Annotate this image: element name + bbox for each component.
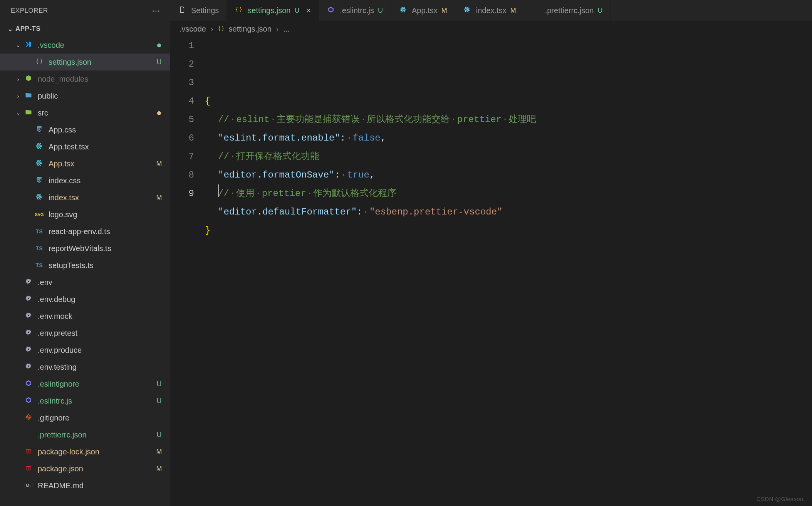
line-gutter: 123456789	[170, 37, 205, 506]
section-title: APP-TS	[15, 25, 40, 33]
section-header[interactable]: ⌄ APP-TS	[0, 21, 170, 37]
code-line[interactable]: "eslint.format.enable":·false,	[205, 129, 812, 147]
folder-row-node_modules[interactable]: ›node_modules	[0, 70, 170, 87]
gear-icon	[23, 362, 34, 372]
jsonpkg-icon	[23, 447, 34, 456]
breadcrumb[interactable]: .vscode › settings.json › ...	[170, 21, 812, 37]
git-status-badge: U	[155, 397, 163, 405]
tab-App.tsx[interactable]: App.tsxM	[391, 0, 455, 21]
file-label: reportWebVitals.ts	[49, 244, 155, 253]
code-line[interactable]	[205, 240, 812, 258]
git-status-badge: U	[155, 58, 163, 66]
chevron-down-icon[interactable]: ⌄	[13, 42, 23, 49]
gear-icon	[23, 278, 34, 287]
git-icon	[23, 413, 34, 422]
file-tree[interactable]: ⌄.vscodesettings.jsonU›node_modules›publ…	[0, 37, 170, 506]
folder-row-public[interactable]: ›public	[0, 87, 170, 104]
code-line[interactable]: //·打开保存格式化功能	[205, 147, 812, 166]
file-label: .gitignore	[38, 414, 155, 422]
tab-settings.json[interactable]: settings.jsonU×	[227, 0, 319, 21]
file-label: README.md	[38, 481, 155, 490]
tab-Settings[interactable]: Settings	[170, 0, 227, 21]
css-icon	[34, 176, 45, 185]
file-row-.prettierrc.json[interactable]: .prettierrc.jsonU	[0, 426, 170, 443]
code-line[interactable]: {	[205, 92, 812, 111]
folder-row-.vscode[interactable]: ⌄.vscode	[0, 37, 170, 54]
chevron-right-icon[interactable]: ›	[13, 76, 23, 82]
line-number: 6	[170, 129, 194, 147]
file-label: .env.pretest	[38, 329, 155, 338]
code-line[interactable]: //·eslint·主要功能是捕获错误·所以格式化功能交给·prettier·处…	[205, 111, 812, 129]
file-label: setupTests.ts	[49, 261, 155, 270]
file-row-.env[interactable]: .env	[0, 274, 170, 291]
line-number: 3	[170, 74, 194, 92]
tab-.prettierrc.json[interactable]: .prettierrc.jsonU	[524, 0, 611, 21]
fileblank-icon	[178, 7, 186, 15]
json-icon	[218, 25, 224, 34]
react-icon	[34, 142, 45, 151]
breadcrumb-seg[interactable]: .vscode	[180, 25, 206, 34]
file-row-package-lock.json[interactable]: package-lock.jsonM	[0, 443, 170, 460]
file-label: settings.json	[49, 58, 155, 67]
file-row-.env.pretest[interactable]: .env.pretest	[0, 325, 170, 342]
code-line[interactable]: "editor.formatOnSave":·true,	[205, 166, 812, 184]
more-icon[interactable]: ···	[152, 6, 160, 16]
tab-bar[interactable]: Settingssettings.jsonU×.eslintrc.jsUApp.…	[170, 0, 812, 21]
ts-icon: TS	[34, 244, 45, 253]
jsonpkg-icon	[23, 464, 34, 473]
tab-label: App.tsx	[412, 6, 438, 15]
breadcrumb-seg[interactable]: settings.json	[229, 25, 272, 34]
file-label: package-lock.json	[38, 447, 155, 456]
breadcrumb-tail: ...	[283, 25, 290, 34]
file-row-.env.mock[interactable]: .env.mock	[0, 308, 170, 325]
file-row-reportWebVitals.ts[interactable]: TSreportWebVitals.ts	[0, 240, 170, 257]
file-row-App.css[interactable]: App.css	[0, 121, 170, 138]
file-row-App.tsx[interactable]: App.tsxM	[0, 155, 170, 172]
file-row-.eslintrc.js[interactable]: .eslintrc.jsU	[0, 392, 170, 409]
chevron-down-icon[interactable]: ⌄	[13, 109, 23, 116]
folder-row-src[interactable]: ⌄src	[0, 104, 170, 121]
tab-git-suffix: U	[597, 7, 602, 15]
watermark: CSDN @Gleason.	[757, 496, 805, 502]
file-row-.env.testing[interactable]: .env.testing	[0, 359, 170, 375]
tab-label: .eslintrc.js	[340, 6, 374, 15]
file-row-logo.svg[interactable]: SVGlogo.svg	[0, 206, 170, 223]
code-line[interactable]: }	[205, 221, 812, 240]
file-row-index.css[interactable]: index.css	[0, 172, 170, 189]
file-row-settings.json[interactable]: settings.jsonU	[0, 54, 170, 70]
code-editor[interactable]: 123456789 {//·eslint·主要功能是捕获错误·所以格式化功能交给…	[170, 37, 812, 506]
react-icon	[34, 193, 45, 202]
line-number: 4	[170, 92, 194, 111]
file-row-README.md[interactable]: M↓README.md	[0, 477, 170, 494]
file-row-.gitignore[interactable]: .gitignore	[0, 409, 170, 426]
line-number: 1	[170, 37, 194, 55]
file-row-index.tsx[interactable]: index.tsxM	[0, 189, 170, 206]
file-label: .prettierrc.json	[38, 431, 155, 439]
file-row-App.test.tsx[interactable]: App.test.tsx	[0, 138, 170, 155]
public-icon	[23, 91, 34, 101]
file-label: index.tsx	[49, 193, 155, 202]
file-label: .env.mock	[38, 312, 155, 321]
file-row-setupTests.ts[interactable]: TSsetupTests.ts	[0, 257, 170, 274]
file-label: .eslintignore	[38, 380, 155, 389]
tab-.eslintrc.js[interactable]: .eslintrc.jsU	[319, 0, 391, 21]
file-label: react-app-env.d.ts	[49, 227, 155, 236]
file-row-.env.produce[interactable]: .env.produce	[0, 342, 170, 359]
tab-index.tsx[interactable]: index.tsxM	[455, 0, 524, 21]
code-line[interactable]: "editor.defaultFormatter":·"esbenp.prett…	[205, 203, 812, 221]
git-status-badge: M	[155, 194, 163, 202]
file-row-package.json[interactable]: package.jsonM	[0, 460, 170, 477]
tab-label: index.tsx	[476, 6, 507, 15]
file-row-react-app-env.d.ts[interactable]: TSreact-app-env.d.ts	[0, 223, 170, 240]
close-icon[interactable]: ×	[306, 6, 311, 15]
explorer-header: EXPLORER ···	[0, 0, 170, 21]
explorer-title: EXPLORER	[11, 7, 152, 15]
svg-point-19	[466, 9, 468, 10]
text-cursor	[218, 184, 219, 197]
code-content[interactable]: {//·eslint·主要功能是捕获错误·所以格式化功能交给·prettier·…	[205, 37, 812, 506]
file-row-.eslintignore[interactable]: .eslintignoreU	[0, 375, 170, 392]
file-label: logo.svg	[49, 210, 155, 219]
code-line[interactable]: //·使用·prettier·作为默认格式化程序	[205, 184, 812, 203]
chevron-right-icon[interactable]: ›	[13, 93, 23, 99]
file-row-.env.debug[interactable]: .env.debug	[0, 291, 170, 308]
